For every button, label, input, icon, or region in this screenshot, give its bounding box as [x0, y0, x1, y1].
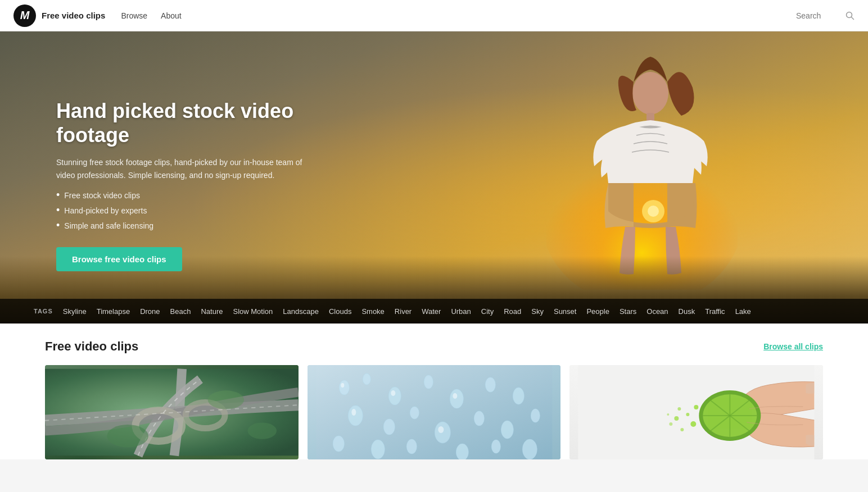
- hero-figure: [546, 48, 738, 290]
- search-icon-button[interactable]: [846, 11, 855, 20]
- hero-bullet-1: Free stock video clips: [56, 189, 371, 201]
- hero-bullet-3: Simple and safe licensing: [56, 220, 371, 231]
- tag-road[interactable]: Road: [504, 307, 521, 316]
- svg-point-29: [371, 440, 385, 459]
- nav-about[interactable]: About: [161, 11, 182, 20]
- logo-link[interactable]: M Free video clips: [13, 4, 105, 27]
- svg-point-33: [522, 439, 537, 459]
- tag-sunset[interactable]: Sunset: [554, 307, 576, 316]
- section-header: Free video clips Browse all clips: [45, 339, 823, 354]
- search-area: [796, 11, 855, 20]
- clips-section: Free video clips Browse all clips: [0, 324, 868, 459]
- tag-timelapse[interactable]: Timelapse: [97, 307, 130, 316]
- tags-label: TAGS: [34, 308, 53, 315]
- svg-point-35: [391, 390, 395, 396]
- tag-lake[interactable]: Lake: [735, 307, 751, 316]
- section-title: Free video clips: [45, 339, 138, 354]
- tag-ocean[interactable]: Ocean: [647, 307, 668, 316]
- svg-point-11: [208, 390, 244, 409]
- svg-point-12: [248, 422, 277, 439]
- svg-point-48: [691, 421, 697, 427]
- svg-point-46: [694, 405, 699, 409]
- svg-point-18: [450, 389, 463, 408]
- svg-point-36: [453, 393, 457, 399]
- svg-point-6: [648, 206, 659, 217]
- svg-point-38: [438, 426, 444, 433]
- video-thumb-lime[interactable]: [569, 365, 823, 459]
- hero-title: Hand picked stock video footage: [56, 99, 371, 147]
- tag-sky[interactable]: Sky: [531, 307, 544, 316]
- video-thumb-raindrops[interactable]: [308, 365, 561, 459]
- svg-point-23: [410, 407, 419, 419]
- browse-all-link[interactable]: Browse all clips: [763, 342, 823, 351]
- svg-point-49: [678, 407, 681, 411]
- site-header: M Free video clips Browse About: [0, 0, 868, 31]
- logo-icon: M: [13, 4, 36, 27]
- tag-clouds[interactable]: Clouds: [329, 307, 351, 316]
- tag-water[interactable]: Water: [422, 307, 441, 316]
- hero-bullet-2: Hand-picked by experts: [56, 204, 371, 216]
- svg-point-51: [681, 428, 684, 431]
- hero-description: Stunning free stock footage clips, hand-…: [56, 156, 315, 181]
- svg-point-37: [351, 409, 356, 416]
- svg-point-14: [339, 380, 349, 395]
- tag-dusk[interactable]: Dusk: [679, 307, 695, 316]
- tag-skyline[interactable]: Skyline: [63, 307, 87, 316]
- svg-point-47: [686, 413, 690, 416]
- svg-point-52: [667, 413, 670, 416]
- tag-landscape[interactable]: Landscape: [283, 307, 319, 316]
- svg-point-16: [388, 387, 401, 405]
- hero-section: Hand picked stock video footage Stunning…: [0, 31, 868, 324]
- tag-traffic[interactable]: Traffic: [705, 307, 725, 316]
- highway-graphic: [45, 365, 299, 459]
- tag-river[interactable]: River: [395, 307, 412, 316]
- browse-cta-button[interactable]: Browse free video clips: [56, 247, 182, 271]
- tag-beach[interactable]: Beach: [170, 307, 191, 316]
- svg-point-32: [491, 440, 500, 453]
- svg-point-53: [670, 422, 673, 426]
- svg-point-34: [341, 383, 344, 388]
- search-input[interactable]: [796, 11, 841, 20]
- tag-smoke[interactable]: Smoke: [361, 307, 384, 316]
- search-icon: [846, 11, 855, 20]
- svg-point-20: [513, 388, 524, 404]
- logo-text: Free video clips: [42, 11, 105, 20]
- svg-point-25: [474, 411, 484, 426]
- svg-point-17: [424, 375, 433, 389]
- svg-point-19: [485, 377, 495, 392]
- svg-point-28: [333, 436, 344, 452]
- main-nav: Browse About: [121, 11, 181, 20]
- svg-point-21: [348, 406, 363, 426]
- hero-bullet-list: Free stock video clips Hand-picked by ex…: [56, 189, 371, 231]
- tag-nature[interactable]: Nature: [201, 307, 223, 316]
- svg-point-27: [531, 409, 540, 422]
- video-thumb-highway[interactable]: [45, 365, 299, 459]
- hero-content: Hand picked stock video footage Stunning…: [56, 99, 371, 271]
- svg-point-24: [435, 422, 450, 443]
- raindrops-graphic: [308, 365, 561, 459]
- tag-city[interactable]: City: [481, 307, 494, 316]
- tag-urban[interactable]: Urban: [451, 307, 471, 316]
- svg-point-50: [675, 416, 679, 421]
- svg-point-15: [363, 373, 370, 385]
- svg-point-10: [107, 425, 148, 447]
- tag-people[interactable]: People: [586, 307, 609, 316]
- svg-point-30: [406, 439, 417, 454]
- logo-letter: M: [20, 9, 30, 22]
- svg-point-26: [501, 421, 513, 439]
- tag-stars[interactable]: Stars: [620, 307, 636, 316]
- tag-slow-motion[interactable]: Slow Motion: [233, 307, 273, 316]
- nav-browse[interactable]: Browse: [121, 11, 147, 20]
- video-grid: [45, 365, 823, 459]
- tags-bar: TAGS Skyline Timelapse Drone Beach Natur…: [0, 299, 868, 324]
- svg-point-31: [456, 444, 468, 459]
- tag-drone[interactable]: Drone: [140, 307, 160, 316]
- svg-point-3: [632, 72, 668, 115]
- svg-line-1: [852, 17, 854, 19]
- svg-point-22: [383, 419, 395, 435]
- lime-graphic: [569, 365, 823, 459]
